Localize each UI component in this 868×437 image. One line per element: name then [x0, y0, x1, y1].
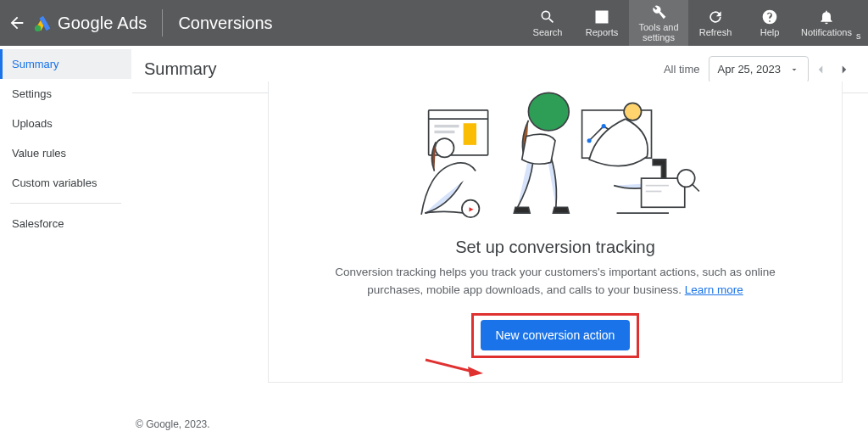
sidenav-item-value-rules[interactable]: Value rules — [0, 138, 131, 168]
product-logo[interactable]: Google Ads — [34, 14, 162, 33]
main-column: Summary All time Apr 25, 2023 — [132, 46, 868, 437]
tools-label: Tools and settings — [633, 22, 684, 42]
notifications-label: Notifications — [801, 27, 852, 37]
svg-point-9 — [528, 92, 569, 130]
sidenav-separator — [10, 203, 121, 204]
reports-label: Reports — [586, 27, 619, 37]
conversion-tracking-illustration — [373, 90, 737, 227]
help-icon — [761, 8, 778, 25]
refresh-label: Refresh — [699, 27, 732, 37]
svg-point-6 — [435, 138, 453, 157]
arrow-left-icon — [8, 14, 26, 32]
topbar-left: Google Ads — [0, 0, 162, 46]
bar-chart-icon — [593, 8, 610, 25]
empty-state-card: Set up conversion tracking Conversion tr… — [268, 81, 843, 383]
product-name: Google Ads — [58, 14, 147, 33]
footer-copyright: © Google, 2023. — [132, 418, 210, 430]
refresh-icon — [707, 8, 724, 25]
date-value: Apr 25, 2023 — [718, 63, 781, 76]
wrench-icon — [650, 3, 667, 20]
chevron-right-icon — [837, 62, 852, 77]
topbar-overflow: s — [856, 0, 868, 46]
top-bar: Google Ads Conversions Search Reports To… — [0, 0, 868, 46]
side-nav: Summary Settings Uploads Value rules Cus… — [0, 46, 132, 437]
sidenav-item-settings[interactable]: Settings — [0, 79, 131, 109]
empty-state-subtext: Conversion tracking helps you track your… — [318, 264, 793, 300]
learn-more-link[interactable]: Learn more — [685, 283, 743, 296]
date-range-label: All time — [664, 63, 700, 76]
page-title: Summary — [144, 59, 217, 79]
date-picker[interactable]: Apr 25, 2023 — [709, 56, 809, 83]
prev-period-button[interactable] — [809, 56, 832, 83]
notifications-button[interactable]: Notifications — [797, 0, 856, 46]
new-conversion-action-button[interactable]: New conversion action — [481, 320, 631, 350]
search-button[interactable]: Search — [520, 0, 575, 46]
reports-button[interactable]: Reports — [575, 0, 629, 46]
sidenav-item-uploads[interactable]: Uploads — [0, 109, 131, 138]
svg-point-11 — [587, 138, 592, 143]
google-ads-logo-icon — [34, 14, 53, 32]
svg-point-12 — [602, 124, 606, 128]
tools-settings-button[interactable]: Tools and settings — [629, 0, 688, 46]
search-label: Search — [533, 27, 563, 37]
help-label: Help — [760, 27, 780, 37]
svg-rect-3 — [434, 125, 459, 127]
empty-state-headline: Set up conversion tracking — [455, 238, 655, 257]
cta-highlight-box: New conversion action — [471, 313, 640, 358]
svg-point-0 — [35, 25, 41, 31]
svg-rect-5 — [464, 123, 476, 145]
back-button[interactable] — [0, 0, 34, 46]
section-title: Conversions — [163, 0, 287, 46]
sidenav-item-salesforce[interactable]: Salesforce — [0, 209, 131, 238]
topbar-actions: Search Reports Tools and settings Refres… — [520, 0, 868, 46]
sidenav-item-custom-variables[interactable]: Custom variables — [0, 168, 131, 198]
chevron-down-icon — [789, 64, 799, 75]
help-button[interactable]: Help — [743, 0, 797, 46]
search-icon — [539, 8, 556, 25]
bell-icon — [818, 8, 835, 25]
svg-point-15 — [624, 103, 641, 120]
chevron-left-icon — [813, 62, 828, 77]
svg-line-21 — [692, 184, 699, 192]
svg-rect-4 — [434, 131, 454, 133]
refresh-button[interactable]: Refresh — [688, 0, 743, 46]
sidenav-item-summary[interactable]: Summary — [0, 49, 131, 79]
next-period-button[interactable] — [832, 56, 856, 83]
